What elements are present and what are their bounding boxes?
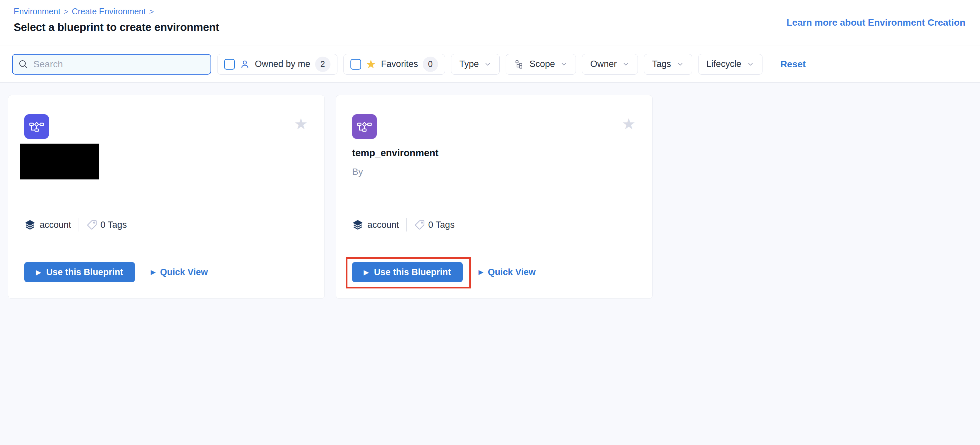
filter-owner-dropdown[interactable]: Owner [582,54,638,75]
page-header: Environment > Create Environment > Selec… [0,0,980,46]
blueprint-card: ★ temp_environment By account 0 Tags [336,95,652,299]
use-this-blueprint-button[interactable]: ▶ Use this Blueprint [24,262,135,282]
learn-more-link[interactable]: Learn more about Environment Creation [786,17,965,28]
favorite-star-toggle-icon[interactable]: ★ [294,116,308,132]
type-dropdown-label: Type [459,59,479,69]
scope-label: account [40,220,71,230]
owned-by-me-checkbox[interactable] [224,59,235,70]
chevron-down-icon [560,60,568,68]
use-this-blueprint-label: Use this Blueprint [46,267,123,277]
breadcrumb: Environment > Create Environment > [14,7,965,16]
search-input[interactable] [33,59,205,70]
quick-view-button[interactable]: ▶ Quick View [479,267,536,277]
blueprint-meta: account 0 Tags [352,218,636,232]
filter-scope-dropdown[interactable]: Scope [506,54,576,75]
person-icon [240,59,250,70]
account-scope-icon [24,219,36,230]
blueprint-name-area [24,143,308,180]
owned-by-me-count-badge: 2 [315,57,331,72]
blueprint-name-area: temp_environment By [352,143,636,180]
flowchart-icon [357,120,372,133]
owned-by-me-label: Owned by me [255,59,310,69]
card-actions: ▶ Use this Blueprint ▶ Quick View [24,262,308,282]
divider [406,218,407,232]
blueprint-meta: account 0 Tags [24,218,308,232]
favorites-checkbox[interactable] [350,59,361,70]
quick-view-label: Quick View [160,267,208,277]
use-this-blueprint-label: Use this Blueprint [374,267,451,277]
chevron-down-icon [676,60,684,68]
chevron-down-icon [484,60,492,68]
card-actions: ▶ Use this Blueprint ▶ Quick View [352,262,636,282]
breadcrumb-link-environment[interactable]: Environment [14,7,60,16]
play-icon: ▶ [151,269,156,275]
favorite-star-toggle-icon[interactable]: ★ [622,116,636,132]
flowchart-icon [29,120,44,133]
chevron-down-icon [747,60,754,68]
blueprint-author: By [352,167,636,177]
owner-dropdown-label: Owner [590,59,617,69]
filter-tags-dropdown[interactable]: Tags [644,54,692,75]
divider [79,218,79,232]
quick-view-button[interactable]: ▶ Quick View [151,267,208,277]
use-this-blueprint-button[interactable]: ▶ Use this Blueprint [352,262,463,282]
play-icon: ▶ [479,269,483,275]
breadcrumb-separator: > [64,7,68,16]
blueprint-icon [24,114,49,139]
tags-count-label: 0 Tags [100,220,127,230]
scope-label: account [368,220,399,230]
quick-view-label: Quick View [488,267,536,277]
scope-dropdown-label: Scope [529,59,555,69]
lifecycle-dropdown-label: Lifecycle [706,59,741,69]
blueprint-list: ★ account 0 Tags [0,83,980,445]
favorite-star-icon: ★ [366,58,376,70]
tags-count-label: 0 Tags [428,220,455,230]
blueprint-card: ★ account 0 Tags [8,95,325,299]
blueprint-icon [352,114,377,139]
filter-bar: Owned by me 2 ★ Favorites 0 Type Scope O… [0,46,980,83]
tag-icon [87,219,97,230]
favorites-label: Favorites [381,59,418,69]
tag-icon [414,219,425,230]
play-icon: ▶ [36,269,41,275]
breadcrumb-separator: > [149,7,154,16]
breadcrumb-link-create-environment[interactable]: Create Environment [72,7,146,16]
filter-type-dropdown[interactable]: Type [451,54,500,75]
filter-lifecycle-dropdown[interactable]: Lifecycle [698,54,762,75]
chevron-down-icon [622,60,630,68]
account-scope-icon [352,219,363,230]
filter-owned-by-me[interactable]: Owned by me 2 [217,54,337,75]
search-box[interactable] [12,54,211,75]
search-icon [18,59,29,70]
tags-dropdown-label: Tags [652,59,671,69]
favorites-count-badge: 0 [423,57,438,72]
scope-tree-icon [514,59,524,69]
blueprint-name: temp_environment [352,148,636,159]
redacted-blueprint-name [20,143,99,180]
play-icon: ▶ [364,269,369,275]
filter-favorites[interactable]: ★ Favorites 0 [344,54,445,75]
reset-filters-button[interactable]: Reset [781,59,806,70]
